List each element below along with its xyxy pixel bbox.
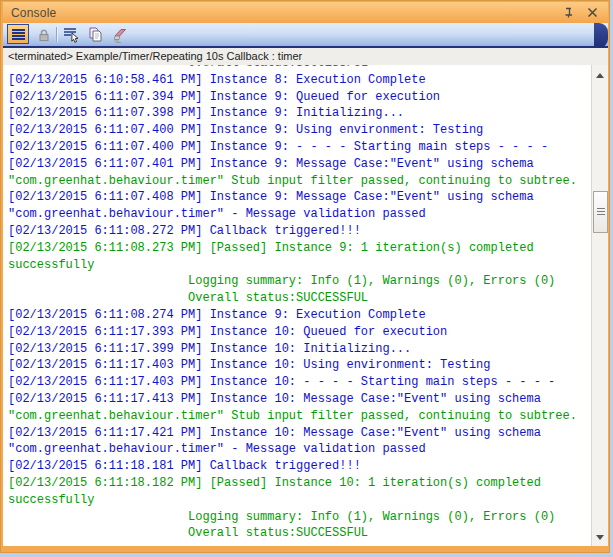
console-line: [02/13/2015 6:11:17.393 PM] Instance 10:… — [8, 324, 591, 341]
toolbar-end-cap — [594, 23, 608, 48]
scrollbar-thumb[interactable] — [593, 191, 608, 233]
console-line: [02/13/2015 6:11:17.399 PM] Instance 10:… — [8, 341, 591, 358]
console-line: [02/13/2015 6:11:07.408 PM] Instance 9: … — [8, 189, 591, 206]
console-line: [02/13/2015 6:11:08.274 PM] Instance 9: … — [8, 307, 591, 324]
console-line: [02/13/2015 6:11:17.403 PM] Instance 10:… — [8, 374, 591, 391]
console-line: [02/13/2015 6:10:58.461 PM] Instance 8: … — [8, 72, 591, 89]
scrollbar-grip — [597, 208, 605, 217]
scroll-up-arrow-icon[interactable] — [592, 67, 608, 83]
panel-title: Console — [11, 6, 56, 20]
copy-glyph — [87, 26, 104, 43]
console-line: Overall status:SUCCESSFUL — [8, 290, 591, 307]
console-line: [02/13/2015 6:11:17.421 PM] Instance 10:… — [8, 425, 591, 442]
console-line: [02/13/2015 6:11:08.272 PM] Callback tri… — [8, 223, 591, 240]
console-line: "com.greenhat.behaviour.timer" - Message… — [8, 206, 591, 223]
console-line: successfully — [8, 257, 591, 274]
menu-bars-glyph — [12, 29, 25, 40]
console-line: [02/13/2015 6:11:07.400 PM] Instance 9: … — [8, 122, 591, 139]
console-output: Overall status:SUCCESSFUL[02/13/2015 6:1… — [3, 65, 591, 542]
console-line: [02/13/2015 6:11:08.273 PM] [Passed] Ins… — [8, 240, 591, 257]
lock-glyph — [36, 27, 52, 43]
console-line: Overall status:SUCCESSFUL — [8, 525, 591, 542]
console-toolbar — [3, 23, 608, 48]
select-console-glyph — [62, 26, 80, 43]
console-line: "com.greenhat.behaviour.timer" Stub inpu… — [8, 173, 591, 190]
console-panel: Console — [0, 0, 610, 553]
console-line: "com.greenhat.behaviour.timer" - Message… — [8, 441, 591, 458]
console-line: Logging summary: Info (1), Warnings (0),… — [8, 509, 591, 526]
clear-console-icon[interactable] — [109, 25, 129, 44]
scroll-down-arrow-icon[interactable] — [592, 529, 608, 545]
console-line: [02/13/2015 6:11:18.181 PM] Callback tri… — [8, 458, 591, 475]
console-line: Logging summary: Info (1), Warnings (0),… — [8, 273, 591, 290]
console-line: [02/13/2015 6:11:17.403 PM] Instance 10:… — [8, 357, 591, 374]
eraser-glyph — [110, 27, 128, 43]
pin-icon[interactable] — [560, 5, 576, 21]
console-line: [02/13/2015 6:11:07.398 PM] Instance 9: … — [8, 105, 591, 122]
vertical-scrollbar[interactable] — [591, 65, 608, 546]
console-line: Overall status:SUCCESSFUL — [8, 65, 591, 72]
console-line: [02/13/2015 6:11:17.413 PM] Instance 10:… — [8, 391, 591, 408]
console-line: [02/13/2015 6:11:07.400 PM] Instance 9: … — [8, 139, 591, 156]
console-titlebar: Console — [3, 2, 608, 23]
launch-status-line: <terminated> Example/Timer/Repeating 10s… — [3, 48, 608, 65]
console-line: successfully — [8, 492, 591, 509]
select-console-icon[interactable] — [61, 25, 81, 44]
console-line: "com.greenhat.behaviour.timer" Stub inpu… — [8, 408, 591, 425]
console-line: [02/13/2015 6:11:07.401 PM] Instance 9: … — [8, 156, 591, 173]
close-icon[interactable] — [584, 5, 600, 21]
copy-icon[interactable] — [85, 25, 105, 44]
console-output-area[interactable]: Overall status:SUCCESSFUL[02/13/2015 6:1… — [3, 65, 591, 546]
console-line: [02/13/2015 6:11:07.394 PM] Instance 9: … — [8, 89, 591, 106]
lock-icon[interactable] — [34, 25, 54, 44]
console-line: [02/13/2015 6:11:18.182 PM] [Passed] Ins… — [8, 475, 591, 492]
toolbar-separator — [56, 27, 58, 42]
console-menu-icon[interactable] — [7, 24, 29, 44]
